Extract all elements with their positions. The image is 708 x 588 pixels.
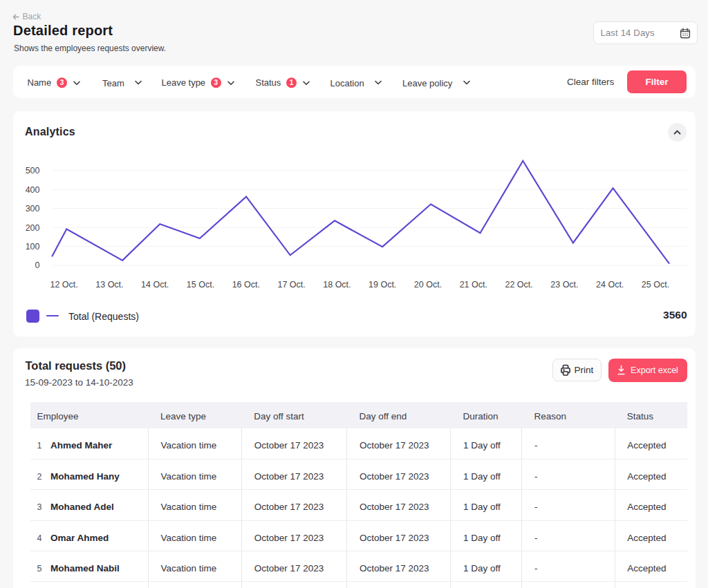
svg-text:14 Oct.: 14 Oct. bbox=[141, 279, 169, 289]
svg-text:19 Oct.: 19 Oct. bbox=[369, 279, 396, 289]
svg-text:13 Oct.: 13 Oct. bbox=[95, 279, 123, 289]
svg-text:21 Oct.: 21 Oct. bbox=[460, 279, 487, 289]
svg-text:12 Oct.: 12 Oct. bbox=[50, 279, 77, 289]
svg-text:23 Oct.: 23 Oct. bbox=[550, 279, 578, 289]
svg-text:200: 200 bbox=[26, 222, 40, 232]
svg-text:0: 0 bbox=[35, 260, 40, 270]
svg-text:20 Oct.: 20 Oct. bbox=[414, 279, 442, 289]
svg-text:100: 100 bbox=[26, 241, 40, 251]
svg-text:400: 400 bbox=[26, 184, 40, 194]
svg-text:22 Oct.: 22 Oct. bbox=[505, 279, 532, 289]
svg-text:25 Oct.: 25 Oct. bbox=[642, 279, 669, 289]
svg-text:500: 500 bbox=[26, 166, 40, 176]
svg-text:15 Oct.: 15 Oct. bbox=[187, 279, 214, 289]
svg-text:16 Oct.: 16 Oct. bbox=[232, 279, 260, 289]
svg-text:24 Oct.: 24 Oct. bbox=[596, 279, 624, 289]
svg-text:18 Oct.: 18 Oct. bbox=[323, 279, 351, 289]
svg-text:300: 300 bbox=[26, 204, 40, 214]
svg-text:17 Oct.: 17 Oct. bbox=[277, 279, 305, 289]
